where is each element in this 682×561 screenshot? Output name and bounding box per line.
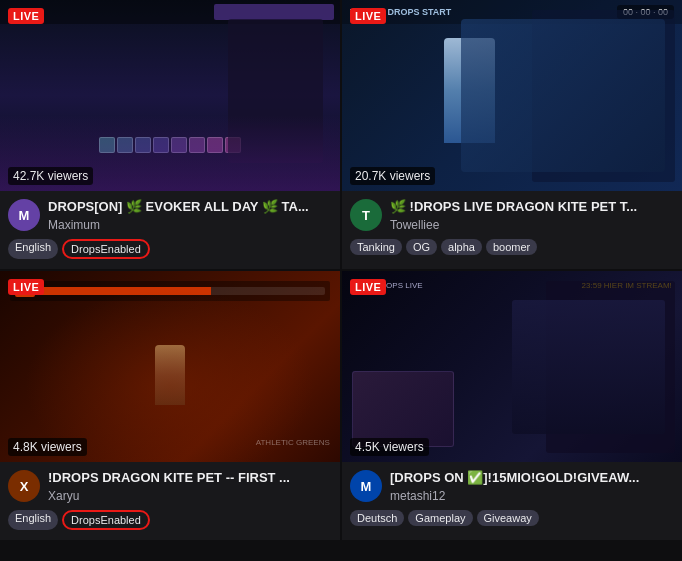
stream-info: MDROPS[ON] 🌿 EVOKER ALL DAY 🌿 TA...Maxim…	[0, 191, 340, 269]
stream-info: M[DROPS ON ✅]!15MIO!GOLD!GIVEAW...metash…	[342, 462, 682, 536]
stream-meta: !DROPS DRAGON KITE PET -- FIRST ...Xaryu	[48, 470, 332, 503]
stream-meta: [DROPS ON ✅]!15MIO!GOLD!GIVEAW...metashi…	[390, 470, 674, 503]
stream-card-3[interactable]: 25ATHLETIC GREENSLIVE4.8K viewersX!DROPS…	[0, 271, 340, 540]
scene-bg-1	[0, 0, 340, 191]
live-badge: LIVE	[350, 8, 386, 24]
avatar[interactable]: X	[8, 470, 40, 502]
viewers-count: 4.5K viewers	[350, 438, 429, 456]
thumbnail-2[interactable]: TWITCH DROPS START00 · 00 · 00LIVE20.7K …	[342, 0, 682, 191]
stream-header: M[DROPS ON ✅]!15MIO!GOLD!GIVEAW...metash…	[350, 470, 674, 503]
stream-header: X!DROPS DRAGON KITE PET -- FIRST ...Xary…	[8, 470, 332, 503]
avatar[interactable]: T	[350, 199, 382, 231]
viewers-count: 42.7K viewers	[8, 167, 93, 185]
scene-bg-3: 25ATHLETIC GREENS	[0, 271, 340, 462]
stream-header: MDROPS[ON] 🌿 EVOKER ALL DAY 🌿 TA...Maxim…	[8, 199, 332, 232]
stream-title[interactable]: [DROPS ON ✅]!15MIO!GOLD!GIVEAW...	[390, 470, 674, 487]
tags-row: DeutschGameplayGiveaway	[350, 510, 674, 526]
viewers-count: 4.8K viewers	[8, 438, 87, 456]
tags-row: EnglishDropsEnabled	[8, 510, 332, 530]
tag-tanking[interactable]: Tanking	[350, 239, 402, 255]
tag-og[interactable]: OG	[406, 239, 437, 255]
thumbnail-3[interactable]: 25ATHLETIC GREENSLIVE4.8K viewers	[0, 271, 340, 462]
stream-card-1[interactable]: LIVE42.7K viewersMDROPS[ON] 🌿 EVOKER ALL…	[0, 0, 340, 269]
tag-english[interactable]: English	[8, 510, 58, 530]
tag-deutsch[interactable]: Deutsch	[350, 510, 404, 526]
scene-bg-2: TWITCH DROPS START00 · 00 · 00	[342, 0, 682, 191]
character-sprite	[155, 345, 185, 405]
stream-title[interactable]: !DROPS DRAGON KITE PET -- FIRST ...	[48, 470, 332, 487]
stream-title[interactable]: DROPS[ON] 🌿 EVOKER ALL DAY 🌿 TA...	[48, 199, 332, 216]
stream-channel[interactable]: Xaryu	[48, 489, 332, 503]
stream-meta: DROPS[ON] 🌿 EVOKER ALL DAY 🌿 TA...Maximu…	[48, 199, 332, 232]
stream-info: T🌿 !DROPS LIVE DRAGON KITE PET T...Towel…	[342, 191, 682, 265]
tags-row: TankingOGalphaboomer	[350, 239, 674, 255]
tag-boomer[interactable]: boomer	[486, 239, 537, 255]
avatar[interactable]: M	[8, 199, 40, 231]
stream-title[interactable]: 🌿 !DROPS LIVE DRAGON KITE PET T...	[390, 199, 674, 216]
tags-row: EnglishDropsEnabled	[8, 239, 332, 259]
thumbnail-1[interactable]: LIVE42.7K viewers	[0, 0, 340, 191]
stream-meta: 🌿 !DROPS LIVE DRAGON KITE PET T...Towell…	[390, 199, 674, 232]
live-badge: LIVE	[350, 279, 386, 295]
viewers-count: 20.7K viewers	[350, 167, 435, 185]
stream-channel[interactable]: Towelliee	[390, 218, 674, 232]
avatar[interactable]: M	[350, 470, 382, 502]
stream-card-2[interactable]: TWITCH DROPS START00 · 00 · 00LIVE20.7K …	[342, 0, 682, 269]
stream-channel[interactable]: Maximum	[48, 218, 332, 232]
stream-channel[interactable]: metashi12	[390, 489, 674, 503]
thumbnail-4[interactable]: DRL · DROPS LIVE23:59 HIER IM STREAM!LIV…	[342, 271, 682, 462]
tag-english[interactable]: English	[8, 239, 58, 259]
tag-gameplay[interactable]: Gameplay	[408, 510, 472, 526]
stream-info: X!DROPS DRAGON KITE PET -- FIRST ...Xary…	[0, 462, 340, 540]
live-badge: LIVE	[8, 279, 44, 295]
scene-bg-4: DRL · DROPS LIVE23:59 HIER IM STREAM!	[342, 271, 682, 462]
streams-grid: LIVE42.7K viewersMDROPS[ON] 🌿 EVOKER ALL…	[0, 0, 682, 540]
tag-dropsenabled[interactable]: DropsEnabled	[62, 510, 150, 530]
tag-alpha[interactable]: alpha	[441, 239, 482, 255]
stream-header: T🌿 !DROPS LIVE DRAGON KITE PET T...Towel…	[350, 199, 674, 232]
tag-dropsenabled[interactable]: DropsEnabled	[62, 239, 150, 259]
tag-giveaway[interactable]: Giveaway	[477, 510, 539, 526]
stream-card-4[interactable]: DRL · DROPS LIVE23:59 HIER IM STREAM!LIV…	[342, 271, 682, 540]
live-badge: LIVE	[8, 8, 44, 24]
